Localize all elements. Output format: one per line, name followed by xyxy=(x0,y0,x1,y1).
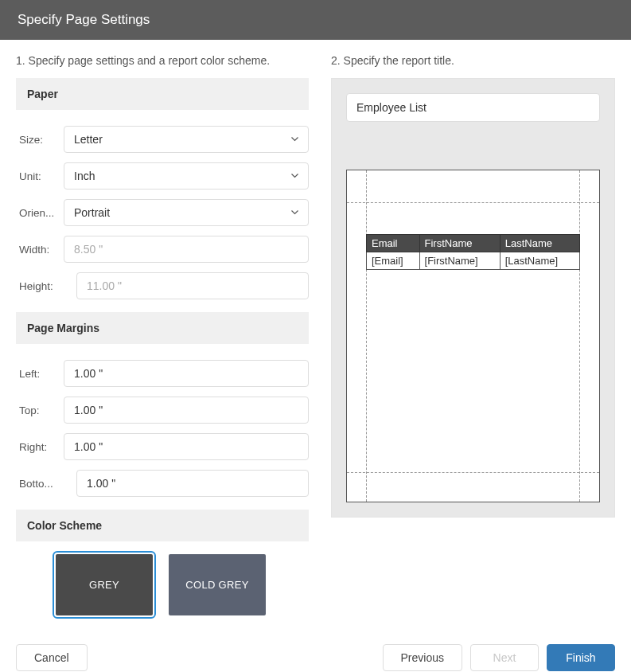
button-label: Previous xyxy=(401,651,444,664)
margin-guide-left xyxy=(366,170,367,502)
orientation-select[interactable]: Portrait xyxy=(64,199,309,226)
swatch-label: GREY xyxy=(89,579,119,591)
report-title-value: Employee List xyxy=(356,101,427,114)
orientation-value: Portrait xyxy=(74,206,110,219)
chevron-down-icon xyxy=(291,174,298,178)
table-row: [Email] [FirstName] [LastName] xyxy=(367,252,580,270)
height-label: Height: xyxy=(19,280,76,292)
th-lastname: LastName xyxy=(500,235,579,252)
chevron-down-icon xyxy=(291,137,298,142)
paper-section-header: Paper xyxy=(16,78,309,110)
preview-table: Email FirstName LastName [Email] [FirstN… xyxy=(366,234,580,270)
margin-guide-right xyxy=(579,170,580,502)
td-lastname: [LastName] xyxy=(500,252,579,270)
size-label: Size: xyxy=(19,134,64,146)
td-email: [Email] xyxy=(367,252,420,270)
report-title-input[interactable]: Employee List xyxy=(346,93,600,122)
td-firstname: [FirstName] xyxy=(419,252,500,270)
th-firstname: FirstName xyxy=(419,235,500,252)
unit-select[interactable]: Inch xyxy=(64,162,309,189)
table-header-row: Email FirstName LastName xyxy=(367,235,580,252)
left-column: 1. Specify page settings and a report co… xyxy=(16,54,309,615)
color-section-header: Color Scheme xyxy=(16,510,309,541)
th-email: Email xyxy=(367,235,420,252)
margin-right-value: 1.00 " xyxy=(74,440,103,453)
margin-right-input[interactable]: 1.00 " xyxy=(64,433,309,460)
swatch-label: COLD GREY xyxy=(185,579,248,591)
margin-left-value: 1.00 " xyxy=(74,367,103,380)
margin-bottom-value: 1.00 " xyxy=(87,477,115,490)
step-2-label: 2. Specify the report title. xyxy=(331,54,615,67)
color-swatch-grey[interactable]: GREY xyxy=(56,554,153,615)
margin-top-input[interactable]: 1.00 " xyxy=(64,397,309,424)
orientation-label: Orien... xyxy=(19,207,64,219)
margin-bottom-input[interactable]: 1.00 " xyxy=(76,470,309,497)
margins-section-header: Page Margins xyxy=(16,312,309,344)
cancel-button[interactable]: Cancel xyxy=(16,644,88,671)
unit-label: Unit: xyxy=(19,170,64,182)
dialog-header: Specify Page Settings xyxy=(0,0,631,40)
width-input[interactable]: 8.50 " xyxy=(64,236,309,263)
finish-button[interactable]: Finish xyxy=(547,644,615,671)
width-value: 8.50 " xyxy=(74,243,103,256)
step-1-label: 1. Specify page settings and a report co… xyxy=(16,54,309,67)
button-label: Next xyxy=(493,651,516,664)
next-button: Next xyxy=(470,644,539,671)
color-swatch-cold-grey[interactable]: COLD GREY xyxy=(169,554,266,615)
page-preview: Email FirstName LastName [Email] [FirstN… xyxy=(346,170,600,502)
margin-left-label: Left: xyxy=(19,368,64,380)
margin-guide-bottom xyxy=(347,472,599,473)
margin-top-value: 1.00 " xyxy=(74,404,103,416)
width-label: Width: xyxy=(19,244,64,256)
size-value: Letter xyxy=(74,133,103,146)
footer: Cancel Previous Next Finish xyxy=(0,631,631,672)
dialog-title: Specify Page Settings xyxy=(18,12,150,27)
size-select[interactable]: Letter xyxy=(64,126,309,153)
height-input[interactable]: 11.00 " xyxy=(76,272,309,299)
unit-value: Inch xyxy=(74,170,95,182)
margin-left-input[interactable]: 1.00 " xyxy=(64,360,309,387)
margin-bottom-label: Botto... xyxy=(19,478,76,490)
button-label: Cancel xyxy=(34,651,69,664)
right-column: 2. Specify the report title. Employee Li… xyxy=(331,54,615,615)
button-label: Finish xyxy=(566,651,595,664)
height-value: 11.00 " xyxy=(87,279,122,292)
margin-right-label: Right: xyxy=(19,441,64,453)
margin-top-label: Top: xyxy=(19,404,64,416)
previous-button[interactable]: Previous xyxy=(383,644,462,671)
margin-guide-top xyxy=(347,202,599,203)
chevron-down-icon xyxy=(291,210,298,215)
preview-panel: Employee List Email xyxy=(331,78,615,518)
